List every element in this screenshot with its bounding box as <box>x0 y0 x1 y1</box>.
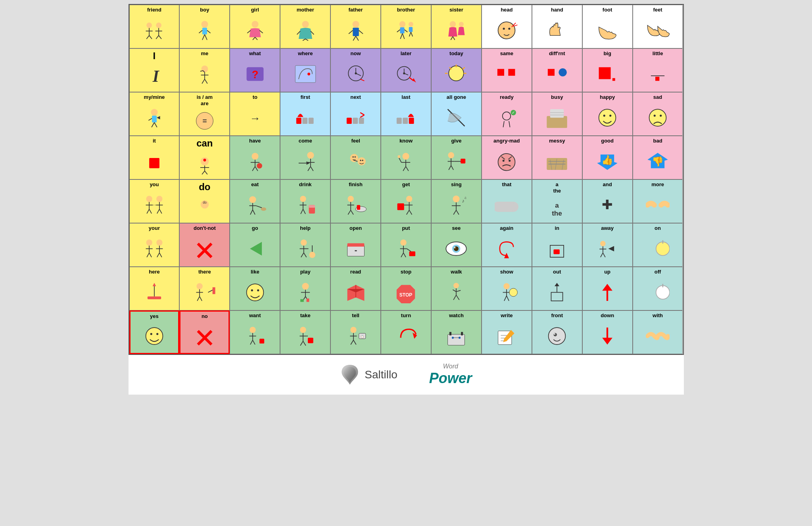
cell-1-7[interactable]: same <box>482 48 532 92</box>
cell-6-7[interactable]: show <box>482 267 532 310</box>
cell-7-2[interactable]: want <box>230 310 280 354</box>
cell-4-5[interactable]: get <box>381 179 431 223</box>
cell-0-5[interactable]: brother <box>381 5 431 48</box>
cell-3-0[interactable]: it <box>129 136 180 179</box>
cell-2-0[interactable]: my/mine <box>129 92 180 136</box>
cell-1-9[interactable]: big <box>582 48 633 92</box>
cell-6-1[interactable]: there <box>179 267 230 310</box>
cell-icon-tell: 📋 <box>332 320 380 353</box>
cell-3-5[interactable]: know <box>381 136 431 179</box>
cell-6-2[interactable]: like <box>230 267 280 310</box>
cell-2-4[interactable]: next <box>330 92 381 136</box>
cell-1-4[interactable]: now <box>330 48 381 92</box>
cell-4-2[interactable]: eat <box>230 179 280 223</box>
svg-line-253 <box>401 253 403 257</box>
cell-6-0[interactable]: here <box>129 267 180 310</box>
cell-1-5[interactable]: later <box>381 48 431 92</box>
cell-4-4[interactable]: finish <box>330 179 381 223</box>
cell-5-0[interactable]: your <box>129 223 180 267</box>
cell-2-3[interactable]: first <box>280 92 330 136</box>
cell-0-6[interactable]: sister <box>431 5 482 48</box>
cell-7-10[interactable]: with <box>633 310 683 354</box>
cell-5-1[interactable]: don't-not <box>179 223 230 267</box>
cell-4-6[interactable]: sing♪♫ <box>431 179 482 223</box>
cell-4-9[interactable]: and✚ <box>582 179 633 223</box>
cell-3-10[interactable]: bad👎 <box>633 136 683 179</box>
cell-3-4[interactable]: feel <box>330 136 381 179</box>
cell-5-6[interactable]: see <box>431 223 482 267</box>
cell-7-0[interactable]: yes <box>129 310 180 354</box>
cell-0-9[interactable]: foot <box>582 5 633 48</box>
cell-7-9[interactable]: down <box>582 310 633 354</box>
cell-5-4[interactable]: open <box>330 223 381 267</box>
svg-point-315 <box>156 333 158 335</box>
cell-0-4[interactable]: father <box>330 5 381 48</box>
cell-1-3[interactable]: where <box>280 48 330 92</box>
cell-5-2[interactable]: go <box>230 223 280 267</box>
cell-5-9[interactable]: away <box>582 223 633 267</box>
svg-rect-323 <box>259 339 264 344</box>
cell-4-7[interactable]: that <box>482 179 532 223</box>
cell-6-3[interactable]: play <box>280 267 330 310</box>
cell-0-10[interactable]: feet <box>633 5 683 48</box>
cell-3-8[interactable]: messy <box>532 136 582 179</box>
cell-2-1[interactable]: is / am are= <box>179 92 230 136</box>
cell-1-0[interactable]: II <box>129 48 180 92</box>
cell-5-3[interactable]: help <box>280 223 330 267</box>
cell-3-9[interactable]: good👍 <box>582 136 633 179</box>
cell-7-6[interactable]: watch <box>431 310 482 354</box>
cell-4-3[interactable]: drink <box>280 179 330 223</box>
cell-6-8[interactable]: out <box>532 267 582 310</box>
cell-1-6[interactable]: today <box>431 48 482 92</box>
cell-3-2[interactable]: have <box>230 136 280 179</box>
svg-line-191 <box>250 210 253 215</box>
cell-7-1[interactable]: no <box>179 310 230 354</box>
cell-6-5[interactable]: stopSTOP <box>381 267 431 310</box>
cell-0-2[interactable]: girl <box>230 5 280 48</box>
svg-point-146 <box>360 160 361 161</box>
cell-1-8[interactable]: diff'rnt <box>532 48 582 92</box>
cell-7-8[interactable]: front <box>532 310 582 354</box>
svg-rect-95 <box>302 118 307 124</box>
cell-5-5[interactable]: put <box>381 223 431 267</box>
cell-6-10[interactable]: off <box>633 267 683 310</box>
cell-0-3[interactable]: mother <box>280 5 330 48</box>
cell-3-3[interactable]: come <box>280 136 330 179</box>
cell-icon-put <box>382 232 430 266</box>
cell-1-10[interactable]: little <box>633 48 683 92</box>
svg-text:?: ? <box>251 68 258 81</box>
cell-5-10[interactable]: on <box>633 223 683 267</box>
cell-0-0[interactable]: friend <box>129 5 180 48</box>
cell-6-6[interactable]: walk <box>431 267 482 310</box>
cell-1-2[interactable]: what? <box>230 48 280 92</box>
cell-7-3[interactable]: take <box>280 310 330 354</box>
cell-2-6[interactable]: all gone <box>431 92 482 136</box>
cell-6-9[interactable]: up <box>582 267 633 310</box>
cell-3-7[interactable]: angry-mad <box>482 136 532 179</box>
cell-4-8[interactable]: a theathe <box>532 179 582 223</box>
cell-2-2[interactable]: to→ <box>230 92 280 136</box>
cell-label: again <box>500 225 513 231</box>
cell-7-4[interactable]: tell📋 <box>330 310 381 354</box>
cell-3-6[interactable]: give <box>431 136 482 179</box>
cell-2-7[interactable]: ready✓ <box>482 92 532 136</box>
cell-0-1[interactable]: boy <box>179 5 230 48</box>
cell-4-10[interactable]: more <box>633 179 683 223</box>
cell-7-7[interactable]: write <box>482 310 532 354</box>
svg-rect-82 <box>599 67 611 79</box>
cell-1-1[interactable]: me <box>179 48 230 92</box>
cell-2-10[interactable]: sad <box>633 92 683 136</box>
cell-6-4[interactable]: read <box>330 267 381 310</box>
cell-5-7[interactable]: again <box>482 223 532 267</box>
cell-7-5[interactable]: turn <box>381 310 431 354</box>
cell-0-8[interactable]: hand <box>532 5 582 48</box>
cell-2-5[interactable]: last <box>381 92 431 136</box>
cell-2-8[interactable]: busy <box>532 92 582 136</box>
cell-5-8[interactable]: in <box>532 223 582 267</box>
cell-4-0[interactable]: you <box>129 179 180 223</box>
cell-0-7[interactable]: head <box>482 5 532 48</box>
cell-4-1[interactable]: dodo <box>179 179 230 223</box>
cell-2-9[interactable]: happy <box>582 92 633 136</box>
cell-label: tell <box>352 312 359 319</box>
cell-3-1[interactable]: can <box>179 136 230 179</box>
